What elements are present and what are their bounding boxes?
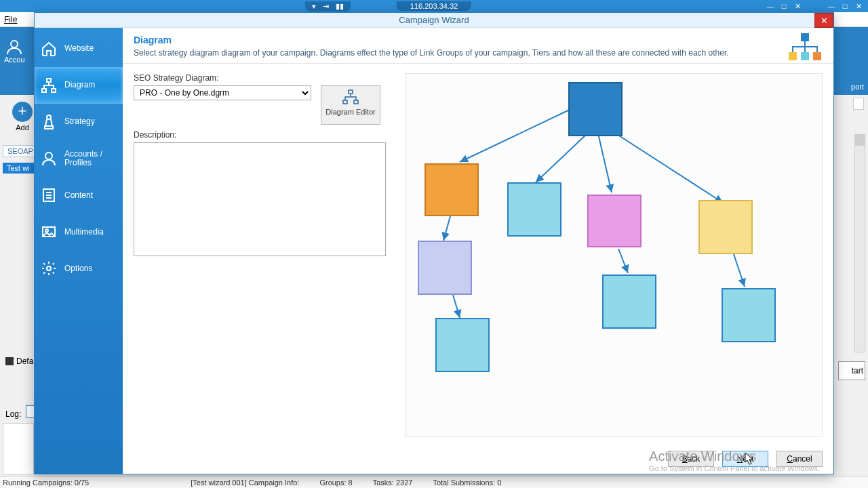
status-bar: Running Campaigns: 0/75 [Test wizard 001…	[0, 476, 868, 488]
outer-titlebar: ▾ ⇥ ▮▮ 116.203.34.32 — □ ✕ — □ ✕	[0, 0, 868, 12]
svg-rect-15	[343, 100, 347, 104]
strategy-label: SEO Strategy Diagram:	[134, 73, 391, 83]
svg-point-4	[47, 115, 51, 119]
sidebar-item-label: Diagram	[64, 81, 95, 89]
app-maximize-button[interactable]: □	[838, 1, 852, 11]
sidebar-item-label: Content	[64, 191, 93, 200]
svg-point-0	[11, 41, 18, 47]
outer-minimize-button[interactable]: —	[764, 1, 777, 11]
ip-text: 116.203.34.32	[410, 2, 458, 10]
image-icon	[40, 223, 58, 241]
sidebar-item-label: Options	[64, 264, 92, 273]
diagram-node	[425, 163, 479, 216]
user-icon	[40, 150, 58, 167]
svg-rect-14	[349, 90, 353, 94]
bg-port-label: port	[851, 83, 864, 91]
bg-row[interactable]: Test wi	[3, 163, 34, 174]
svg-rect-16	[354, 100, 358, 104]
bg-start-button[interactable]: tart	[838, 361, 865, 380]
outer-close-button[interactable]: ✕	[791, 1, 804, 11]
svg-rect-3	[52, 89, 56, 92]
wizard-header-title: Diagram	[134, 35, 823, 45]
svg-line-20	[616, 134, 723, 203]
bg-log-area	[3, 423, 34, 474]
svg-rect-13	[813, 52, 821, 60]
diagram-node	[435, 318, 490, 372]
sidebar-item-label: Multimedia	[64, 228, 104, 237]
svg-line-24	[734, 254, 745, 287]
status-tasks: Tasks: 2327	[373, 479, 413, 487]
diagram-node	[587, 195, 642, 247]
wizard-header-desc: Select strategy diagram diagram of your …	[134, 48, 823, 58]
status-subs: Total Submissions: 0	[433, 479, 501, 487]
svg-line-23	[618, 249, 628, 273]
bg-default-checkbox[interactable]: Defa	[5, 357, 33, 366]
sidebar-item-multimedia[interactable]: Multimedia	[35, 214, 123, 250]
activate-windows-watermark: Activate Windows Go to System in Control…	[649, 449, 820, 472]
diagram-node	[602, 274, 656, 329]
diagram-node	[418, 241, 472, 295]
ip-pill: 116.203.34.32	[397, 1, 471, 11]
sidebar-item-strategy[interactable]: Strategy	[35, 104, 123, 140]
bg-tab[interactable]: SEOAP	[3, 145, 38, 157]
description-textarea[interactable]	[134, 142, 386, 256]
svg-rect-11	[789, 52, 797, 60]
file-menu[interactable]: File	[4, 15, 17, 24]
diagram-preview	[405, 73, 823, 437]
wizard-controls: SEO Strategy Diagram: PRO - One by One.d…	[134, 73, 391, 444]
svg-rect-1	[47, 79, 51, 82]
sidebar-item-label: Accounts / Profiles	[64, 150, 117, 167]
pill-signal-icon[interactable]: ▮▮	[336, 2, 344, 11]
svg-point-5	[45, 152, 52, 159]
description-label: Description:	[134, 130, 391, 140]
bg-account-button[interactable]: Accou	[4, 39, 25, 64]
svg-line-19	[598, 134, 612, 192]
svg-point-8	[45, 229, 48, 232]
app-minimize-button[interactable]: —	[825, 1, 838, 11]
wizard-footer: Activate Windows Go to System in Control…	[123, 444, 833, 474]
wizard-header: Diagram Select strategy diagram diagram …	[123, 28, 833, 64]
app-close-button[interactable]: ✕	[852, 1, 865, 11]
home-icon	[40, 40, 58, 58]
sidebar-item-website[interactable]: Website	[35, 30, 123, 67]
chess-icon	[40, 113, 58, 131]
sidebar-item-options[interactable]: Options	[35, 250, 123, 287]
sidebar-item-diagram[interactable]: Diagram	[35, 67, 123, 104]
inner-title-pill: ▾ ⇥ ▮▮	[305, 1, 351, 12]
status-running: Running Campaigns: 0/75	[3, 479, 89, 487]
outer-maximize-button[interactable]: □	[777, 1, 791, 11]
status-campaign: [Test wizard 001] Campaign Info:	[191, 479, 299, 487]
checkbox-icon	[5, 357, 14, 365]
sidebar-item-content[interactable]: Content	[35, 177, 123, 214]
strategy-dropdown[interactable]: PRO - One by One.dgrm	[134, 85, 311, 100]
gear-icon	[40, 260, 58, 277]
bg-add-button[interactable]: + Add	[12, 102, 33, 131]
svg-line-21	[443, 216, 450, 241]
svg-rect-2	[42, 89, 46, 92]
diagram-header-icon	[786, 32, 824, 64]
sidebar-item-label: Strategy	[64, 117, 95, 126]
sidebar-item-accounts[interactable]: Accounts / Profiles	[35, 140, 123, 177]
wizard-titlebar[interactable]: Campaign Wizard ✕	[35, 13, 833, 28]
svg-rect-10	[801, 33, 809, 41]
status-groups: Groups: 8	[319, 479, 352, 487]
document-icon	[40, 186, 58, 204]
diagram-node	[568, 82, 623, 136]
diagram-editor-button[interactable]: Diagram Editor	[321, 85, 380, 125]
diagram-node	[698, 200, 753, 254]
wizard-close-button[interactable]: ✕	[814, 13, 833, 28]
diagram-node	[722, 288, 776, 342]
wizard-sidebar: Website Diagram Strategy Accounts / Prof…	[35, 28, 123, 474]
bg-ls-field[interactable]	[853, 98, 864, 110]
pill-caret-icon[interactable]: ▾	[312, 2, 316, 11]
svg-line-18	[536, 134, 587, 182]
pill-pin-icon[interactable]: ⇥	[323, 2, 329, 11]
svg-line-22	[453, 295, 460, 318]
sidebar-item-label: Website	[64, 44, 94, 53]
diagram-node	[507, 182, 561, 237]
wizard-main: Diagram Select strategy diagram diagram …	[123, 28, 833, 474]
bg-log-label: Log:	[5, 409, 21, 419]
bg-scrollbar[interactable]	[854, 134, 865, 352]
wizard-title-text: Campaign Wizard	[399, 15, 469, 25]
campaign-wizard-window: Campaign Wizard ✕ Website Diagram Strat	[34, 12, 834, 474]
